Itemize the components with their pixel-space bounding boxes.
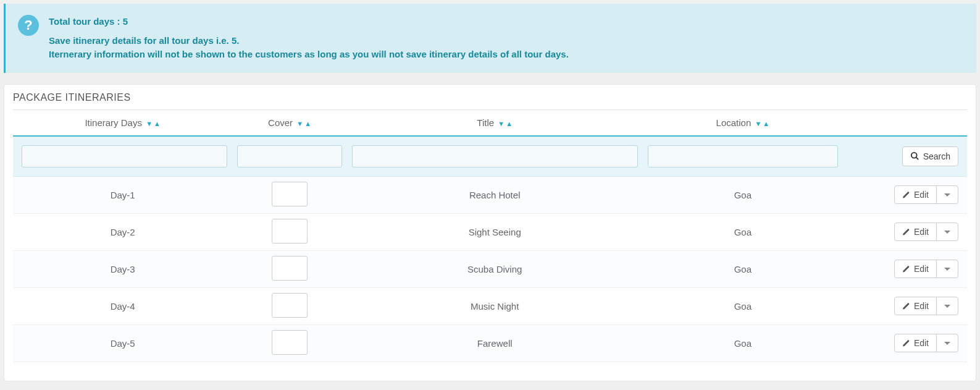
cell-location: Goa [643, 250, 843, 287]
svg-point-0 [911, 153, 917, 158]
col-header-location: Location ▼▲ [643, 109, 843, 136]
cell-cover [232, 324, 346, 362]
filter-days-input[interactable] [22, 145, 227, 167]
table-row: Day-4Music NightGoaEdit [13, 287, 967, 324]
cell-location: Goa [643, 213, 843, 250]
caret-down-icon [944, 342, 950, 345]
edit-button[interactable]: Edit [895, 260, 937, 278]
cell-actions: Edit [843, 250, 967, 287]
cell-day: Day-3 [13, 250, 232, 287]
cell-actions: Edit [843, 324, 967, 362]
edit-split-button: Edit [894, 260, 958, 278]
sort-desc-icon[interactable]: ▼ [296, 120, 303, 127]
sort-desc-icon[interactable]: ▼ [146, 120, 153, 127]
col-header-days: Itinerary Days ▼▲ [13, 109, 232, 136]
table-row: Day-2Sight SeeingGoaEdit [13, 213, 967, 250]
cell-cover [232, 250, 346, 287]
cell-title: Sight Seeing [347, 213, 643, 250]
search-icon [910, 151, 919, 161]
edit-button[interactable]: Edit [895, 186, 937, 203]
filter-location-input[interactable] [648, 145, 838, 167]
caret-down-icon [944, 305, 950, 308]
pencil-icon [902, 339, 910, 347]
edit-split-button: Edit [894, 223, 958, 241]
cell-cover [232, 287, 346, 324]
itineraries-table: Itinerary Days ▼▲ Cover ▼▲ Title ▼▲ Loca… [13, 109, 967, 362]
cover-thumbnail[interactable] [272, 256, 308, 281]
col-header-cover: Cover ▼▲ [232, 109, 346, 136]
sort-asc-icon[interactable]: ▲ [506, 120, 513, 127]
edit-dropdown-toggle[interactable] [937, 260, 958, 278]
col-header-title: Title ▼▲ [347, 109, 643, 136]
caret-down-icon [944, 193, 950, 197]
cell-actions: Edit [843, 287, 967, 324]
cell-day: Day-1 [13, 176, 232, 213]
search-button[interactable]: Search [902, 146, 958, 166]
caret-down-icon [944, 231, 950, 234]
cell-cover [232, 213, 346, 250]
edit-dropdown-toggle[interactable] [937, 223, 958, 240]
alert-message: Total tour days : 5 Save itinerary detai… [49, 15, 569, 62]
table-row: Day-5FarewellGoaEdit [13, 324, 967, 362]
cell-location: Goa [643, 324, 843, 362]
cover-thumbnail[interactable] [272, 293, 308, 318]
sort-desc-icon[interactable]: ▼ [498, 120, 505, 127]
edit-split-button: Edit [894, 297, 958, 315]
cell-actions: Edit [843, 213, 967, 250]
cell-title: Farewell [347, 324, 643, 362]
edit-split-button: Edit [894, 334, 958, 352]
sort-asc-icon[interactable]: ▲ [763, 120, 769, 127]
panel-title: PACKAGE ITINERARIES [4, 85, 976, 109]
edit-button[interactable]: Edit [895, 297, 937, 315]
cell-title: Scuba Diving [347, 250, 643, 287]
cell-title: Music Night [347, 287, 643, 324]
cell-location: Goa [643, 287, 843, 324]
filter-title-input[interactable] [352, 145, 638, 167]
cell-actions: Edit [843, 176, 967, 213]
pencil-icon [902, 191, 910, 199]
cell-day: Day-2 [13, 213, 232, 250]
sort-asc-icon[interactable]: ▲ [304, 120, 311, 127]
edit-split-button: Edit [894, 185, 958, 204]
pencil-icon [902, 302, 910, 310]
pencil-icon [902, 228, 910, 236]
edit-label: Edit [914, 227, 929, 237]
cover-thumbnail[interactable] [272, 330, 308, 355]
edit-label: Edit [914, 338, 929, 348]
info-alert: ? Total tour days : 5 Save itinerary det… [4, 4, 976, 73]
cell-cover [232, 176, 346, 213]
edit-label: Edit [914, 190, 929, 200]
cell-location: Goa [643, 176, 843, 213]
edit-label: Edit [914, 301, 929, 311]
sort-desc-icon[interactable]: ▼ [755, 120, 761, 127]
alert-line-2: Save itinerary details for all tour days… [49, 34, 569, 48]
cell-day: Day-4 [13, 287, 232, 324]
edit-dropdown-toggle[interactable] [937, 186, 958, 203]
edit-button[interactable]: Edit [895, 334, 937, 352]
sort-asc-icon[interactable]: ▲ [154, 120, 161, 127]
edit-label: Edit [914, 264, 929, 274]
pencil-icon [902, 265, 910, 273]
caret-down-icon [944, 268, 950, 271]
help-icon: ? [18, 15, 39, 36]
cover-thumbnail[interactable] [272, 219, 308, 244]
cell-day: Day-5 [13, 324, 232, 362]
cover-thumbnail[interactable] [272, 182, 308, 206]
svg-line-1 [916, 158, 918, 159]
filter-cover-input[interactable] [237, 145, 341, 167]
edit-dropdown-toggle[interactable] [937, 334, 958, 352]
edit-dropdown-toggle[interactable] [937, 297, 958, 315]
filter-row: Search [13, 136, 967, 177]
package-itineraries-panel: PACKAGE ITINERARIES Itinerary Days ▼▲ Co… [4, 84, 976, 381]
alert-line-1: Total tour days : 5 [49, 15, 569, 29]
table-row: Day-3Scuba DivingGoaEdit [13, 250, 967, 287]
col-header-actions [843, 109, 967, 136]
table-row: Day-1Reach HotelGoaEdit [13, 176, 967, 213]
alert-line-3: Iternerary information will not be shown… [49, 48, 569, 62]
cell-title: Reach Hotel [347, 176, 643, 213]
edit-button[interactable]: Edit [895, 223, 937, 240]
